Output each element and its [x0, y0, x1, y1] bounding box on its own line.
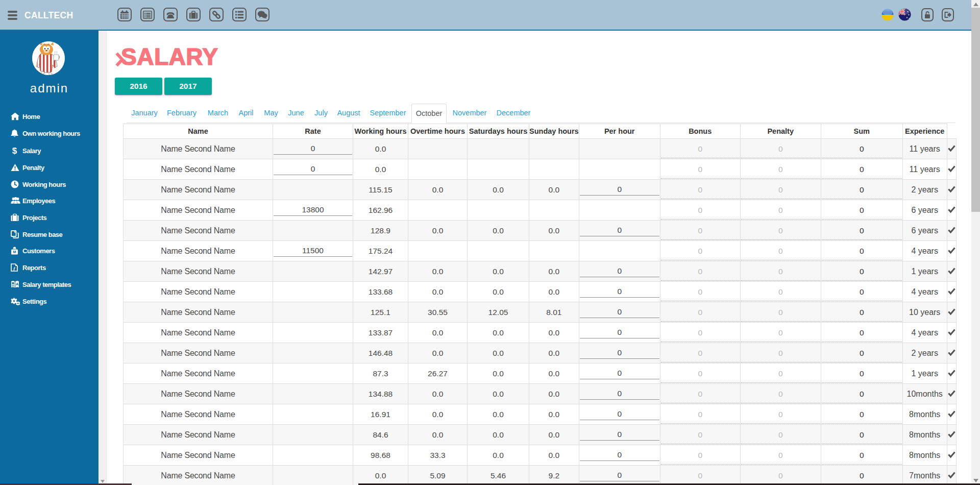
svg-text:ƒ: ƒ	[13, 265, 16, 271]
svg-text:$: $	[12, 146, 17, 155]
svg-text:A: A	[16, 281, 19, 286]
svg-text:M: M	[13, 250, 16, 254]
